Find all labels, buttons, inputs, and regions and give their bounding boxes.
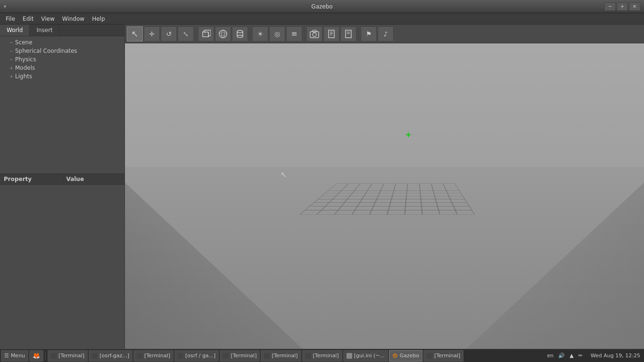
tool-logstop[interactable] <box>340 26 356 41</box>
taskbar-sep1 <box>45 351 46 361</box>
svg-point-6 <box>222 30 224 38</box>
tool-translate[interactable]: ✛ <box>144 26 160 41</box>
osrf-ga-label: [osrf / ga...] <box>185 353 215 359</box>
expand-icon-spherical: ─ <box>8 49 15 53</box>
svg-point-12 <box>313 33 316 36</box>
menu-bar: File Edit View Window Help <box>0 13 644 25</box>
sphere-icon <box>218 29 228 39</box>
tree-item-lights[interactable]: + Lights <box>0 72 124 81</box>
pen-icon[interactable]: ✏ <box>577 353 584 359</box>
box-icon <box>201 29 211 39</box>
menu-file[interactable]: File <box>2 15 19 23</box>
taskbar-terminal5[interactable]: [Terminal] <box>302 350 342 362</box>
scene-canvas: + ↖ <box>125 43 644 353</box>
axis-marker: + <box>405 130 412 139</box>
tree-label-scene: Scene <box>15 39 121 46</box>
pointlight-icon: ☀ <box>257 30 264 38</box>
tree-item-models[interactable]: + Models <box>0 64 124 72</box>
osrf-ga-icon <box>178 353 183 359</box>
menu-edit[interactable]: Edit <box>19 15 37 23</box>
expand-icon-physics: ─ <box>8 58 15 62</box>
menu-icon: ☰ <box>4 353 9 359</box>
close-button[interactable]: ✕ <box>629 2 640 11</box>
lang-indicator[interactable]: en <box>545 353 555 359</box>
tab-insert[interactable]: Insert <box>30 25 59 36</box>
tool-select[interactable]: ↖ <box>127 26 143 41</box>
tool-flag[interactable]: ⚑ <box>361 26 377 41</box>
terminal1-icon <box>51 353 57 359</box>
menu-help[interactable]: Help <box>88 15 108 23</box>
log-icon <box>328 30 335 38</box>
gui-ini-label: [gui.ini (~... <box>354 353 385 359</box>
terminal2-icon <box>137 353 142 359</box>
system-clock[interactable]: Wed Aug 19, 12:25 <box>588 353 643 359</box>
gui-ini-icon <box>347 353 352 359</box>
separator-1 <box>196 27 196 41</box>
tool-box[interactable] <box>198 26 214 41</box>
viewport-area: ↖ ✛ ↺ ⤡ <box>125 25 644 353</box>
menu-label: Menu <box>11 353 25 359</box>
taskbar-gui-ini[interactable]: [gui.ini (~... <box>343 350 388 362</box>
taskbar-terminal1[interactable]: [Terminal] <box>48 350 88 362</box>
expand-icon-lights: + <box>8 74 15 79</box>
svg-rect-14 <box>329 30 334 38</box>
taskbar-gazebo[interactable]: ⚙ Gazebo <box>389 350 422 362</box>
rotate-icon: ↺ <box>166 30 172 38</box>
volume-icon[interactable]: 🔊 <box>557 353 566 359</box>
gazebo-label: Gazebo <box>400 353 420 359</box>
separator-4 <box>358 27 359 41</box>
property-col1: Property <box>0 174 63 184</box>
taskbar-menu[interactable]: ☰ Menu <box>1 350 28 362</box>
osrf-gaz-icon <box>92 353 98 359</box>
tool-cylinder[interactable] <box>232 26 248 41</box>
tool-audio[interactable]: ♪ <box>378 26 394 41</box>
menu-window[interactable]: Window <box>58 15 88 23</box>
separator-3 <box>304 27 305 41</box>
tool-dirlight[interactable]: ≡ <box>286 26 302 41</box>
taskbar-osrf-gaz[interactable]: [osrf-gaz...] <box>89 350 132 362</box>
terminal6-label: [Terminal] <box>434 353 460 359</box>
minimize-button[interactable]: ─ <box>604 2 616 11</box>
terminal1-label: [Terminal] <box>58 353 84 359</box>
taskbar-terminal2[interactable]: [Terminal] <box>133 350 173 362</box>
window-title: Gazebo <box>311 3 332 10</box>
tool-log[interactable] <box>323 26 339 41</box>
taskbar-osrf-ga[interactable]: [osrf / ga...] <box>174 350 219 362</box>
tool-sphere[interactable] <box>215 26 231 41</box>
taskbar-terminal3[interactable]: [Terminal] <box>220 350 260 362</box>
translate-icon: ✛ <box>149 30 155 38</box>
toolbar: ↖ ✛ ↺ ⤡ <box>125 25 644 43</box>
maximize-button[interactable]: + <box>617 2 628 11</box>
tree-item-physics[interactable]: ─ Physics <box>0 55 124 64</box>
flag-icon: ⚑ <box>366 30 372 38</box>
terminal3-icon <box>223 353 229 359</box>
select-icon: ↖ <box>131 30 138 38</box>
taskbar-terminal4[interactable]: [Terminal] <box>261 350 301 362</box>
audio-icon: ♪ <box>384 30 388 38</box>
window-controls: ─ + ✕ <box>604 2 640 11</box>
tool-screenshot[interactable] <box>306 26 322 41</box>
taskbar-terminal6[interactable]: [Terminal] <box>423 350 463 362</box>
network-icon[interactable]: ▲ <box>568 353 575 359</box>
svg-point-7 <box>237 30 243 33</box>
tool-spotlight[interactable]: ◎ <box>269 26 285 41</box>
tree-item-spherical[interactable]: ─ Spherical Coordinates <box>0 47 124 55</box>
tree-label-physics: Physics <box>15 56 121 63</box>
tree-item-scene[interactable]: ─ Scene <box>0 38 124 47</box>
camera-icon <box>310 30 319 38</box>
menu-view[interactable]: View <box>37 15 58 23</box>
tool-rotate[interactable]: ↺ <box>161 26 177 41</box>
dirlight-icon: ≡ <box>291 29 297 38</box>
svg-rect-18 <box>346 30 351 38</box>
title-left: ▾ <box>4 4 6 9</box>
tool-pointlight[interactable]: ☀ <box>252 26 268 41</box>
tab-world[interactable]: World <box>0 25 30 36</box>
3d-viewport[interactable]: + ↖ <box>125 43 644 353</box>
property-header: Property Value <box>0 174 124 185</box>
tree-label-models: Models <box>15 65 121 71</box>
expand-icon-scene: ─ <box>8 41 15 45</box>
svg-rect-13 <box>313 30 316 32</box>
taskbar-firefox[interactable]: 🦊 <box>29 350 43 362</box>
tool-scale[interactable]: ⤡ <box>178 26 194 41</box>
scale-icon: ⤡ <box>183 30 189 38</box>
